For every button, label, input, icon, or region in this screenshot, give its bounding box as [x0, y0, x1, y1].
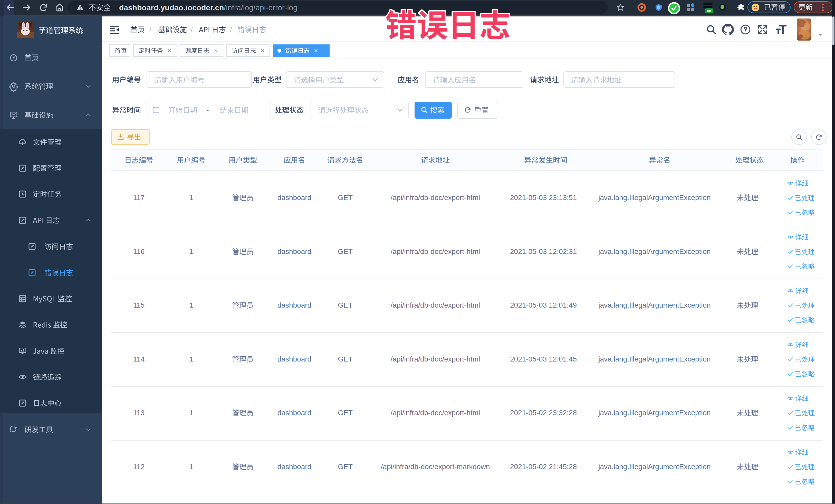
svg-text:on: on — [707, 9, 711, 13]
